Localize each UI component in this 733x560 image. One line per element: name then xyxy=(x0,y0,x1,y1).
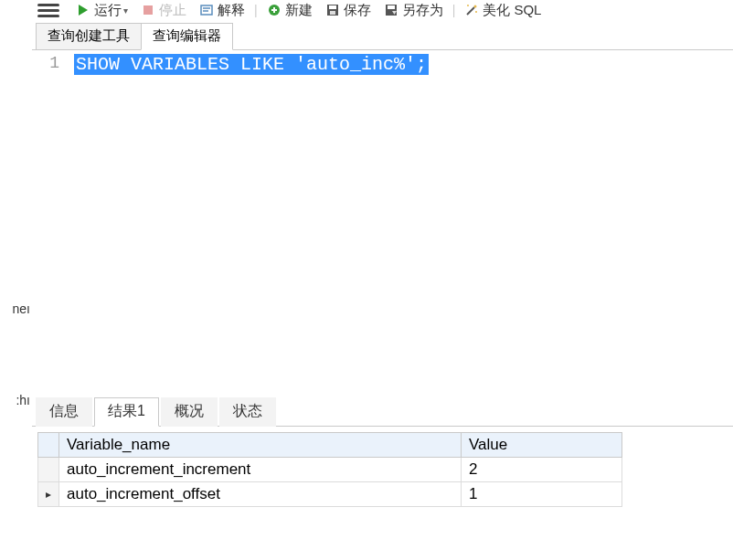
run-button[interactable]: 运行 ▾ xyxy=(70,2,133,19)
save-as-icon xyxy=(384,3,398,17)
result-tabs: 信息 结果1 概况 状态 xyxy=(32,397,733,427)
code-area[interactable]: SHOW VARIABLES LIKE 'auto_inc%'; xyxy=(69,50,733,397)
explain-button[interactable]: 解释 xyxy=(194,2,250,19)
wand-icon xyxy=(464,3,479,17)
new-button[interactable]: 新建 xyxy=(261,2,318,19)
main-area: 运行 ▾ 停止 解释 | 新建 保存 另存为 | 美化 SQL xyxy=(32,0,733,560)
result-grid: Variable_name Value auto_increment_incre… xyxy=(32,427,733,507)
tab-query-editor-label: 查询编辑器 xyxy=(153,27,221,43)
save-as-label: 另存为 xyxy=(402,2,443,19)
explain-label: 解释 xyxy=(218,2,245,19)
dropdown-icon: ▾ xyxy=(123,5,128,16)
tab-query-builder-label: 查询创建工具 xyxy=(48,27,130,43)
table-row[interactable]: auto_increment_increment 2 xyxy=(38,458,622,482)
column-header-value[interactable]: Value xyxy=(462,433,622,458)
tab-profile[interactable]: 概况 xyxy=(161,397,218,427)
svg-line-14 xyxy=(467,7,474,15)
tab-profile-label: 概况 xyxy=(175,403,204,418)
result-table[interactable]: Variable_name Value auto_increment_incre… xyxy=(37,432,622,507)
toolbar: 运行 ▾ 停止 解释 | 新建 保存 另存为 | 美化 SQL xyxy=(32,0,733,24)
new-label: 新建 xyxy=(285,2,313,19)
toolbar-separator-2: | xyxy=(451,3,458,17)
explain-icon xyxy=(199,3,214,17)
stop-label: 停止 xyxy=(159,2,186,19)
row-handle-header xyxy=(38,433,59,458)
tab-info-label: 信息 xyxy=(49,403,79,418)
table-row[interactable]: ▸ auto_increment_offset 1 xyxy=(38,482,622,507)
sidebar-fragment-1: neı xyxy=(13,301,30,316)
svg-rect-9 xyxy=(329,5,336,9)
row-handle[interactable] xyxy=(38,458,59,482)
sql-editor[interactable]: 1 SHOW VARIABLES LIKE 'auto_inc%'; xyxy=(32,50,733,397)
tab-query-editor[interactable]: 查询编辑器 xyxy=(141,23,233,50)
save-as-button[interactable]: 另存为 xyxy=(378,2,449,19)
run-label: 运行 xyxy=(94,2,122,19)
new-icon xyxy=(267,3,282,17)
tab-query-builder[interactable]: 查询创建工具 xyxy=(36,23,142,50)
svg-rect-2 xyxy=(201,5,212,15)
play-icon xyxy=(76,3,90,17)
svg-rect-10 xyxy=(330,11,335,15)
save-button[interactable]: 保存 xyxy=(320,2,377,19)
tab-status[interactable]: 状态 xyxy=(219,397,276,427)
tab-status-label: 状态 xyxy=(233,403,262,418)
svg-point-16 xyxy=(467,5,469,6)
svg-marker-0 xyxy=(79,5,88,16)
stop-icon xyxy=(141,3,155,17)
row-handle-current[interactable]: ▸ xyxy=(38,482,59,507)
cell-value[interactable]: 1 xyxy=(462,482,622,507)
editor-tabs: 查询创建工具 查询编辑器 xyxy=(32,24,733,50)
toolbar-separator-1: | xyxy=(252,3,260,17)
beautify-label: 美化 SQL xyxy=(483,2,541,19)
sidebar-fragment-2: :hı xyxy=(16,393,30,407)
line-number-gutter: 1 xyxy=(32,50,69,397)
cell-variable-name[interactable]: auto_increment_increment xyxy=(59,458,462,482)
save-label: 保存 xyxy=(344,2,371,19)
tab-result-1-label: 结果1 xyxy=(108,403,145,418)
column-header-variable-name[interactable]: Variable_name xyxy=(59,433,462,458)
svg-rect-12 xyxy=(388,5,395,9)
tab-info[interactable]: 信息 xyxy=(36,397,92,427)
table-header-row: Variable_name Value xyxy=(38,433,622,458)
tab-result-1[interactable]: 结果1 xyxy=(94,397,159,427)
left-panel-fragment: neı :hı xyxy=(0,0,32,560)
menu-icon[interactable] xyxy=(37,1,59,19)
svg-point-17 xyxy=(475,11,477,13)
sql-selected-text[interactable]: SHOW VARIABLES LIKE 'auto_inc%'; xyxy=(74,54,429,75)
beautify-button[interactable]: 美化 SQL xyxy=(459,2,547,19)
cell-value[interactable]: 2 xyxy=(462,458,622,482)
save-icon xyxy=(325,3,340,17)
stop-button[interactable]: 停止 xyxy=(135,2,192,19)
line-number: 1 xyxy=(32,54,59,72)
svg-rect-1 xyxy=(143,5,153,15)
cell-variable-name[interactable]: auto_increment_offset xyxy=(59,482,462,507)
svg-point-15 xyxy=(474,5,477,8)
